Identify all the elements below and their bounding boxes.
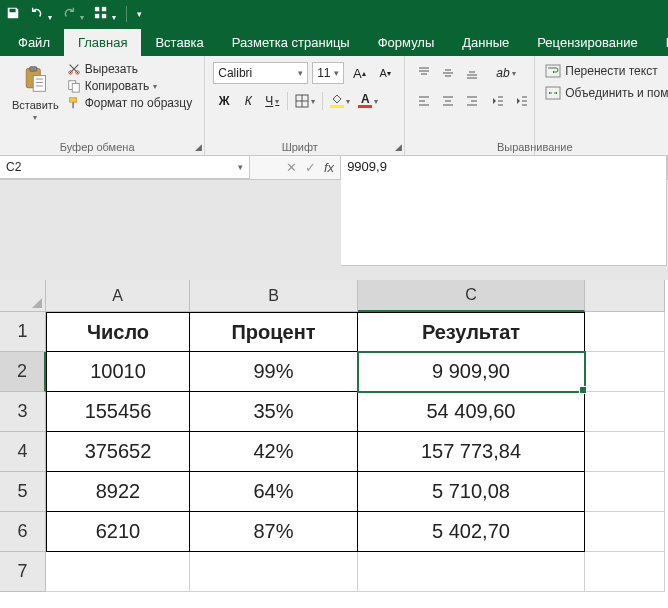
row-header-1[interactable]: 1 bbox=[0, 312, 46, 352]
quick-access-toolbar: ▾ ▾ ▾ ▾ bbox=[0, 0, 668, 28]
font-dialog-launcher[interactable]: ◢ bbox=[395, 142, 402, 152]
cell-D1[interactable] bbox=[585, 312, 665, 352]
copy-button[interactable]: Копировать ▾ bbox=[67, 79, 193, 93]
svg-rect-13 bbox=[72, 83, 79, 92]
ribbon: Вставить ▾ Вырезать Копировать ▾ Формат … bbox=[0, 56, 668, 156]
cell-C2[interactable]: 9 909,90 bbox=[358, 352, 585, 392]
tab-data[interactable]: Данные bbox=[448, 29, 523, 56]
cell-B2[interactable]: 99% bbox=[190, 352, 358, 392]
cell-A5[interactable]: 8922 bbox=[46, 472, 190, 512]
cell-C6[interactable]: 5 402,70 bbox=[358, 512, 585, 552]
col-header-D[interactable] bbox=[585, 280, 665, 312]
formula-input[interactable]: 9909,9 bbox=[341, 156, 667, 266]
col-header-B[interactable]: B bbox=[190, 280, 358, 312]
svg-rect-5 bbox=[30, 67, 37, 71]
format-painter-button[interactable]: Формат по образцу bbox=[67, 96, 193, 110]
cell-A6[interactable]: 6210 bbox=[46, 512, 190, 552]
insert-function-icon[interactable]: fx bbox=[324, 160, 334, 175]
increase-font-button[interactable]: A▴ bbox=[348, 62, 370, 84]
format-painter-label: Формат по образцу bbox=[85, 96, 193, 110]
cancel-formula-icon[interactable]: ✕ bbox=[286, 160, 297, 175]
cell-A4[interactable]: 375652 bbox=[46, 432, 190, 472]
paste-button[interactable]: Вставить ▾ bbox=[8, 60, 63, 134]
italic-button[interactable]: К bbox=[237, 90, 259, 112]
row-header-6[interactable]: 6 bbox=[0, 512, 46, 552]
name-box-dropdown-icon[interactable]: ▾ bbox=[238, 162, 243, 172]
underline-button[interactable]: Ч▾ bbox=[261, 90, 283, 112]
svg-rect-15 bbox=[72, 102, 74, 108]
merge-cells-button[interactable]: Объединить и помес bbox=[543, 82, 668, 104]
tab-insert[interactable]: Вставка bbox=[141, 29, 217, 56]
orientation-button[interactable]: ab▾ bbox=[493, 62, 518, 84]
cell-D5[interactable] bbox=[585, 472, 665, 512]
redo-icon[interactable]: ▾ bbox=[62, 6, 84, 23]
cell-A7[interactable] bbox=[46, 552, 190, 592]
col-header-A[interactable]: A bbox=[46, 280, 190, 312]
select-all-corner[interactable] bbox=[0, 280, 46, 312]
font-color-button[interactable]: A▾ bbox=[355, 90, 381, 112]
align-right-button[interactable] bbox=[461, 90, 483, 112]
cell-B3[interactable]: 35% bbox=[190, 392, 358, 432]
svg-rect-6 bbox=[34, 76, 46, 92]
cell-B7[interactable] bbox=[190, 552, 358, 592]
cell-D7[interactable] bbox=[585, 552, 665, 592]
tab-formulas[interactable]: Формулы bbox=[364, 29, 449, 56]
touch-mode-icon[interactable]: ▾ bbox=[94, 6, 116, 23]
borders-button[interactable]: ▾ bbox=[292, 90, 318, 112]
tab-file[interactable]: Файл bbox=[4, 29, 64, 56]
save-icon[interactable] bbox=[6, 6, 20, 23]
svg-rect-2 bbox=[95, 13, 99, 17]
cell-B4[interactable]: 42% bbox=[190, 432, 358, 472]
tab-review[interactable]: Рецензирование bbox=[523, 29, 651, 56]
tab-view[interactable]: Вид bbox=[652, 29, 668, 56]
cut-button[interactable]: Вырезать bbox=[67, 62, 193, 76]
cell-B1[interactable]: Процент bbox=[190, 312, 358, 352]
font-size-combo[interactable]: 11▾ bbox=[312, 62, 344, 84]
col-header-C[interactable]: C bbox=[358, 280, 585, 312]
cell-C5[interactable]: 5 710,08 bbox=[358, 472, 585, 512]
tab-home[interactable]: Главная bbox=[64, 29, 141, 56]
row-header-4[interactable]: 4 bbox=[0, 432, 46, 472]
tab-page-layout[interactable]: Разметка страницы bbox=[218, 29, 364, 56]
fill-color-button[interactable]: ▾ bbox=[327, 90, 353, 112]
cell-A2[interactable]: 10010 bbox=[46, 352, 190, 392]
align-top-button[interactable] bbox=[413, 62, 435, 84]
cell-C4[interactable]: 157 773,84 bbox=[358, 432, 585, 472]
increase-indent-button[interactable] bbox=[511, 90, 533, 112]
worksheet-grid[interactable]: A B C 1 2 3 4 5 6 7 Число Процент Резуль… bbox=[0, 280, 668, 608]
cell-C7[interactable] bbox=[358, 552, 585, 592]
cell-B6[interactable]: 87% bbox=[190, 512, 358, 552]
clipboard-dialog-launcher[interactable]: ◢ bbox=[195, 142, 202, 152]
qat-customize-icon[interactable]: ▾ bbox=[137, 9, 142, 19]
cell-A3[interactable]: 155456 bbox=[46, 392, 190, 432]
wrap-text-button[interactable]: Перенести текст bbox=[543, 60, 668, 82]
paste-icon bbox=[21, 64, 49, 97]
bold-button[interactable]: Ж bbox=[213, 90, 235, 112]
cell-D4[interactable] bbox=[585, 432, 665, 472]
row-header-2[interactable]: 2 bbox=[0, 352, 46, 392]
cell-A1[interactable]: Число bbox=[46, 312, 190, 352]
cell-D3[interactable] bbox=[585, 392, 665, 432]
cell-C1[interactable]: Результат bbox=[358, 312, 585, 352]
enter-formula-icon[interactable]: ✓ bbox=[305, 160, 316, 175]
undo-icon[interactable]: ▾ bbox=[30, 6, 52, 23]
row-header-5[interactable]: 5 bbox=[0, 472, 46, 512]
cell-D2[interactable] bbox=[585, 352, 665, 392]
name-box-value: C2 bbox=[6, 160, 21, 174]
group-label-clipboard: Буфер обмена bbox=[0, 141, 194, 153]
align-bottom-button[interactable] bbox=[461, 62, 483, 84]
align-left-button[interactable] bbox=[413, 90, 435, 112]
formula-value: 9909,9 bbox=[347, 159, 387, 174]
merge-cells-label: Объединить и помес bbox=[565, 86, 668, 100]
decrease-indent-button[interactable] bbox=[487, 90, 509, 112]
row-header-3[interactable]: 3 bbox=[0, 392, 46, 432]
align-center-button[interactable] bbox=[437, 90, 459, 112]
cell-D6[interactable] bbox=[585, 512, 665, 552]
cell-B5[interactable]: 64% bbox=[190, 472, 358, 512]
row-header-7[interactable]: 7 bbox=[0, 552, 46, 592]
decrease-font-button[interactable]: A▾ bbox=[374, 62, 396, 84]
name-box[interactable]: C2 ▾ bbox=[0, 156, 250, 179]
font-name-combo[interactable]: Calibri▾ bbox=[213, 62, 308, 84]
align-middle-button[interactable] bbox=[437, 62, 459, 84]
cell-C3[interactable]: 54 409,60 bbox=[358, 392, 585, 432]
